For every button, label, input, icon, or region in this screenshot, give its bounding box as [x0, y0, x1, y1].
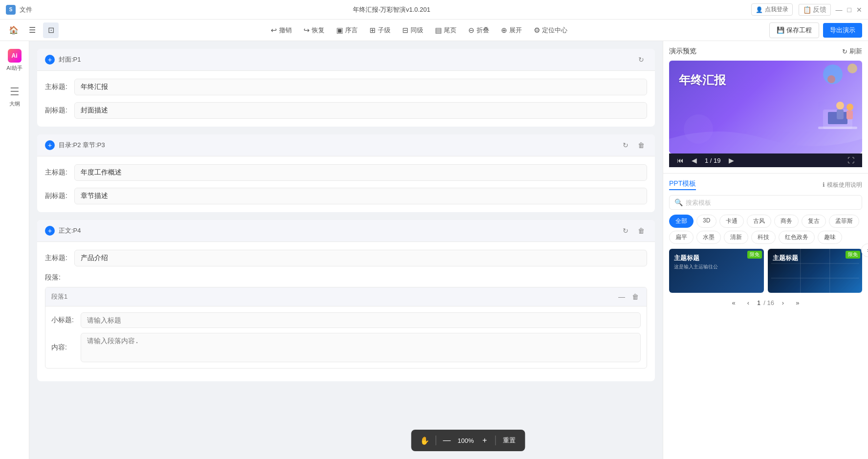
- slide-toc-block: + 目录:P2 章节:P3 ↻ 🗑 主标题: 副标题:: [37, 134, 655, 212]
- slide-cover-header-right: ↻: [635, 54, 647, 66]
- sidebar-ai-label: AI助手: [6, 65, 22, 72]
- slide-cover-body: 主标题: 副标题:: [37, 71, 655, 127]
- slide-toc-refresh-button[interactable]: ↻: [620, 139, 631, 151]
- filter-tag-memphis[interactable]: 孟菲斯: [829, 215, 859, 228]
- titlebar-left: S 文件: [6, 5, 32, 15]
- expand-button[interactable]: ⊕ 展开: [496, 24, 527, 37]
- slide-body-header: + 正文:P4 ↻ 🗑: [37, 220, 655, 242]
- login-button[interactable]: 👤 点我登录: [751, 3, 793, 16]
- tail-button[interactable]: ▤ 尾页: [430, 24, 461, 37]
- left-sidebar: Ai AI助手 ☰ 大纲: [0, 41, 29, 459]
- close-button[interactable]: ✕: [856, 6, 862, 14]
- slide-toc-add-button[interactable]: +: [45, 140, 55, 150]
- filter-tag-business[interactable]: 商务: [774, 215, 799, 228]
- pagination-last-button[interactable]: »: [792, 297, 803, 308]
- cover-main-title-input[interactable]: [74, 79, 647, 95]
- file-menu[interactable]: 文件: [20, 5, 32, 14]
- expand-icon: ⊕: [501, 26, 507, 35]
- sidebar-item-outline[interactable]: ☰ 大纲: [2, 83, 27, 110]
- para-subtitle-input[interactable]: [81, 312, 641, 328]
- preview-controls: ⏮ ◀ 1 / 19 ▶ ⛶: [669, 153, 862, 167]
- pagination-current: 1: [757, 299, 760, 306]
- user-icon: 👤: [756, 6, 763, 13]
- reset-divider: [496, 436, 496, 445]
- titlebar-right: 👤 点我登录 📋 反馈 — □ ✕: [751, 3, 862, 16]
- pagination-next-button[interactable]: ›: [777, 297, 789, 308]
- filter-tag-ancient[interactable]: 古风: [747, 215, 771, 228]
- zoom-in-button[interactable]: +: [477, 433, 493, 448]
- collapse-button[interactable]: ⊖ 折叠: [463, 24, 494, 37]
- template-card-1[interactable]: 限免 主题标题 这是输入主运输往公: [669, 249, 764, 293]
- preview-prev-button[interactable]: ◀: [692, 156, 697, 164]
- cover-sub-title-row: 副标题:: [45, 102, 647, 119]
- slide-body-refresh-button[interactable]: ↻: [620, 225, 631, 237]
- pagination-prev-button[interactable]: ‹: [742, 297, 754, 308]
- sibling-button[interactable]: ⊟ 同级: [397, 24, 428, 37]
- filter-tags: 全部 3D 卡通 古风 商务 复古 孟菲斯 扁平 水墨 清新 科技 红色政务 趣…: [669, 215, 862, 244]
- para-block-1-actions: — 🗑: [616, 291, 641, 302]
- filter-tag-retro[interactable]: 复古: [802, 215, 826, 228]
- toc-main-title-input[interactable]: [74, 164, 647, 181]
- body-main-title-input[interactable]: [74, 250, 647, 266]
- filter-tag-all[interactable]: 全部: [669, 215, 694, 228]
- minimize-button[interactable]: —: [836, 6, 843, 14]
- locate-button[interactable]: ⚙ 定位中心: [529, 24, 572, 37]
- pagination-first-button[interactable]: «: [728, 297, 739, 308]
- ppt-template-tab[interactable]: PPT模板: [669, 179, 696, 190]
- export-button[interactable]: 导出演示: [823, 23, 862, 38]
- slide-body-delete-button[interactable]: 🗑: [635, 225, 647, 237]
- preface-button[interactable]: ▣ 序言: [331, 24, 363, 37]
- template-search-input[interactable]: [686, 199, 857, 206]
- save-button[interactable]: 💾 保存工程: [769, 22, 819, 38]
- filter-tag-tech[interactable]: 科技: [751, 231, 776, 244]
- toc-sub-title-input[interactable]: [74, 188, 647, 204]
- para-block-1-delete-button[interactable]: 🗑: [630, 291, 641, 302]
- slide-body-header-right: ↻ 🗑: [620, 225, 647, 237]
- child-button[interactable]: ⊞ 子级: [365, 24, 395, 37]
- filter-tag-ink[interactable]: 水墨: [696, 231, 721, 244]
- preview-fullscreen-button[interactable]: ⛶: [847, 156, 854, 164]
- sidebar-item-ai[interactable]: Ai AI助手: [2, 46, 27, 75]
- feedback-btn[interactable]: 📋 反馈: [799, 4, 831, 16]
- filter-tag-cartoon[interactable]: 卡通: [719, 215, 744, 228]
- template-help-button[interactable]: ℹ 模板使用说明: [823, 181, 862, 189]
- filter-tag-flat[interactable]: 扁平: [669, 231, 694, 244]
- slide-cover-add-button[interactable]: +: [45, 55, 55, 65]
- home-button[interactable]: 🏠: [6, 22, 22, 38]
- maximize-button[interactable]: □: [847, 6, 851, 14]
- toc-main-title-label: 主标题:: [45, 168, 74, 177]
- toolbar-nav-buttons: 🏠 ☰ ⊡: [6, 22, 59, 38]
- slide-toc-header-left: + 目录:P2 章节:P3: [45, 140, 105, 150]
- template-card-2[interactable]: 限免 主题标题: [768, 249, 863, 293]
- cover-main-title-label: 主标题:: [45, 83, 74, 91]
- edit-button[interactable]: ⊡: [43, 22, 59, 38]
- slide-body-add-button[interactable]: +: [45, 226, 55, 236]
- para-block-1: 段落1 — 🗑 小标题: 内容:: [45, 287, 647, 369]
- cover-sub-title-input[interactable]: [74, 102, 647, 119]
- template-search-bar[interactable]: 🔍: [669, 195, 862, 210]
- slide-cover-refresh-button[interactable]: ↻: [635, 54, 647, 66]
- collapse-icon: ⊖: [468, 26, 475, 35]
- para-content-row: 内容:: [51, 333, 641, 362]
- para-content-input[interactable]: [81, 333, 641, 362]
- para-content-label: 内容:: [51, 343, 81, 352]
- filter-tag-fresh[interactable]: 清新: [724, 231, 748, 244]
- outline-button[interactable]: ☰: [24, 22, 40, 38]
- slide-toc-delete-button[interactable]: 🗑: [635, 139, 647, 151]
- preview-first-button[interactable]: ⏮: [677, 156, 684, 164]
- preview-slide-title: 年终汇报: [679, 72, 726, 88]
- undo-button[interactable]: ↩ 撤销: [266, 24, 297, 37]
- toc-sub-title-label: 副标题:: [45, 192, 74, 200]
- reset-button[interactable]: 重置: [499, 435, 520, 446]
- filter-tag-3d[interactable]: 3D: [696, 215, 716, 228]
- svg-rect-6: [818, 127, 857, 129]
- redo-button[interactable]: ↪ 恢复: [299, 24, 329, 37]
- zoom-out-button[interactable]: —: [439, 433, 455, 448]
- filter-tag-gov[interactable]: 红色政务: [779, 231, 815, 244]
- para-block-1-collapse-button[interactable]: —: [616, 291, 627, 302]
- hand-tool-button[interactable]: ✋: [417, 433, 433, 448]
- body-main-title-label: 主标题:: [45, 254, 74, 262]
- filter-tag-fun[interactable]: 趣味: [818, 231, 842, 244]
- preview-next-button[interactable]: ▶: [729, 156, 734, 164]
- preview-refresh-button[interactable]: ↻ 刷新: [842, 47, 862, 56]
